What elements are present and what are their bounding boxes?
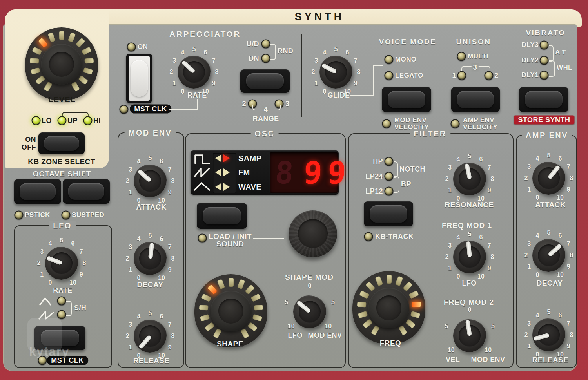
level-label: LEVEL [48,95,75,104]
load-init-label2: SOUND [216,240,244,248]
kb-zone-up-label: UP [67,117,78,125]
arp-range-button[interactable] [240,69,290,93]
knob-scale-number: 4 [137,313,141,320]
knob-scale-number: 6 [204,49,207,56]
store-synth-button[interactable] [519,87,568,112]
knob-scale-number: 8 [171,177,175,185]
knob-scale-number: 6 [559,155,562,162]
knob-scale-number: 4 [323,49,327,56]
knob-scale-number: 4 [137,235,141,242]
voice-mode-title: VOICE MODE [379,38,436,46]
knob-scale-number: 5 [468,153,472,160]
knob-scale-number: 0 [468,306,472,313]
mod-env-attack-knob[interactable]: 012345678910 [121,152,180,210]
amp-env-attack-knob[interactable]: 012345678910 [519,149,578,208]
arp-ud-label: U/D [247,40,259,48]
unison-2-label: 2 [494,72,498,80]
kb-zone-lo-led [32,116,41,125]
knob-scale-number: 7 [168,166,172,173]
lfo-mst-clk-led [38,356,47,365]
amp-env-velocity-led [451,119,460,128]
knob-scale-number: 2 [126,177,129,185]
vibrato-title: VIBRATO [526,29,565,37]
arp-on-led [127,43,136,52]
synth-panel: SYNTH LEVEL LO UP HI ON OFF KB ZONE SELE… [0,0,588,380]
knob-scale-number: 4 [49,240,52,247]
knob-scale-number: 10 [288,323,295,330]
pstick-led [15,211,24,220]
knob-scale-number: 5 [149,232,152,239]
kb-zone-on-off-button[interactable] [38,132,85,154]
lfo-mst-clk-button[interactable] [34,326,85,350]
knob-scale-number: 10 [485,347,492,354]
pstick-label: PSTICK [25,211,50,219]
freq-knob[interactable] [348,265,430,347]
lfo-sh-label: S/H [74,304,86,312]
knob-scale-number: 6 [479,156,483,163]
amp-env-decay-knob[interactable]: 012345678910 [519,226,578,285]
knob-scale-number: 0 [308,282,312,290]
knob-scale-number: 9 [168,189,172,196]
lfo-sh-bracket [66,301,72,316]
lfo-rate-knob[interactable]: 012345678910 [32,234,91,293]
knob-scale-number: 8 [171,255,175,262]
arp-on-button[interactable] [126,54,152,103]
kb-zone-hi-label: HI [93,117,101,125]
ring-knob-body [368,288,409,328]
knob-scale-number: 4 [457,156,460,163]
octave-shift-up-button[interactable] [63,179,110,204]
freq-mod2-title: FREQ MOD 2 [444,298,494,307]
mod-env-title: MOD ENV [125,128,176,138]
osc-wave-label: WAVE [238,183,261,192]
filter-lp24-label: LP24 [365,172,383,181]
freq-mod2-vel-label: VEL [446,356,460,364]
vibrato-dly1-label: DLY1 [522,71,539,79]
knob-scale-number: 3 [527,320,531,327]
knob-scale-number: 5 [285,299,288,306]
knob-scale-number: 7 [567,241,570,248]
knob-scale-number: 6 [559,232,562,239]
knob-scale-number: 2 [170,69,173,76]
load-init-sound-button[interactable] [197,203,247,229]
kb-zone-hi-led [83,116,93,125]
off-label: OFF [22,143,36,152]
vibrato-whl-bracket [549,60,555,77]
knob-scale-number: 10 [477,273,485,280]
knob-scale-number: 2 [524,252,528,259]
freq-mod1-knob[interactable]: 012345678910 [440,228,499,286]
filter-type-button[interactable] [364,201,413,226]
knob-scale-number: 7 [488,242,491,249]
osc-dial-knob[interactable] [289,210,337,257]
ring-led [199,304,208,310]
resonance-knob[interactable]: 012345678910 [440,150,499,208]
amp-env-velocity-label2: VELOCITY [463,123,497,131]
mod-env-decay-knob[interactable]: 012345678910 [121,229,180,288]
knob-scale-number: 9 [488,187,491,194]
knob-scale-number: 5 [192,46,196,53]
knob-scale-number: 0 [181,88,185,95]
knob-scale-number: 7 [212,57,216,64]
knob-scale-number: 9 [567,263,570,270]
arp-mstclk-connector-h [169,109,198,110]
filter-lp12-label: LP12 [365,187,383,195]
ring-led [59,31,64,40]
knob-scale-number: 7 [567,163,570,170]
knob-scale-number: 5 [331,299,335,306]
knob-scale-number: 1 [40,271,44,278]
knob-scale-number: 9 [567,343,570,350]
shape-knob[interactable] [190,268,272,351]
knob-scale-number: 5 [547,152,551,159]
knob-scale-number: 6 [160,313,163,320]
knob-scale-number: 9 [80,271,83,278]
arp-mst-clk-pill: MST CLK [130,105,171,114]
osc-led-display: 899 [270,152,338,193]
knob-scale-number: 3 [40,248,44,255]
octave-shift-down-button[interactable] [14,179,61,204]
level-knob[interactable] [20,22,103,104]
vibrato-dly2-label: DLY2 [522,56,539,64]
filter-lp12-led [385,187,394,196]
lfo-saw-led [57,310,66,319]
voice-mode-button[interactable] [382,87,431,112]
knob-scale-number: 10 [69,279,76,286]
unison-button[interactable] [451,87,500,112]
